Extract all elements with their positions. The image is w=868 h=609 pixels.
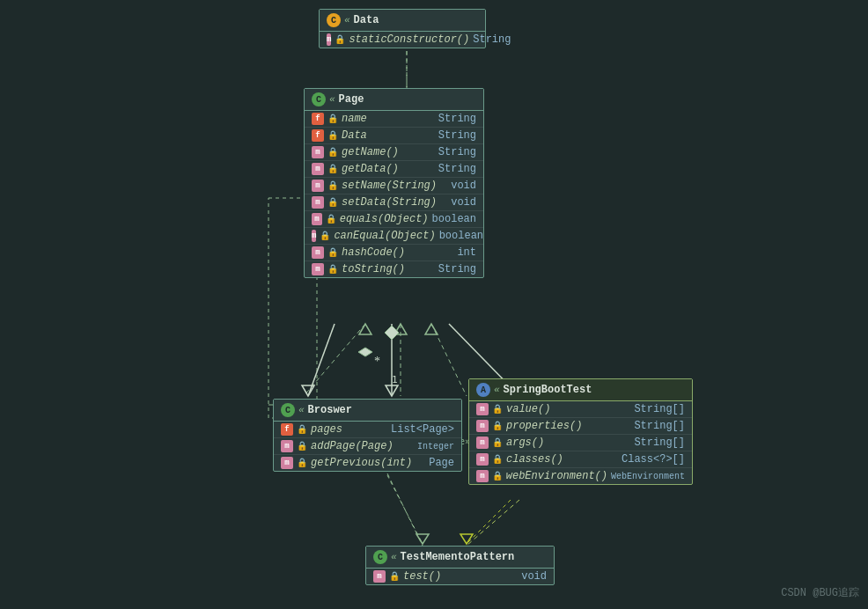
fi: m bbox=[312, 213, 322, 225]
lock: 🔒 bbox=[297, 441, 307, 451]
svg-marker-9 bbox=[358, 348, 372, 356]
lock: 🔒 bbox=[320, 231, 330, 241]
fi: m bbox=[281, 457, 293, 469]
lock: 🔒 bbox=[327, 197, 338, 208]
page-method-setname: m 🔒 setName(String) void bbox=[305, 178, 483, 194]
svg-marker-4 bbox=[394, 324, 407, 334]
class-browser-header: C « Broswer bbox=[274, 400, 461, 422]
lock: 🔒 bbox=[297, 424, 307, 435]
lock: 🔒 bbox=[327, 164, 338, 174]
class-data-name: Data bbox=[354, 14, 379, 26]
svg-marker-27 bbox=[460, 534, 473, 544]
lock: 🔒 bbox=[297, 458, 307, 468]
fi: m bbox=[373, 570, 386, 583]
lock: 🔒 bbox=[326, 214, 336, 224]
class-browser-stereotype: « bbox=[298, 405, 305, 415]
lock: 🔒 bbox=[327, 247, 338, 258]
lock: 🔒 bbox=[327, 114, 338, 124]
page-field-name: f 🔒 name String bbox=[305, 111, 483, 128]
page-method-equals: m 🔒 equals(Object) boolean bbox=[305, 211, 483, 228]
fi: f bbox=[312, 129, 324, 142]
svg-marker-22 bbox=[385, 326, 399, 340]
member-name: staticConstructor() bbox=[349, 33, 469, 46]
member-icon: m bbox=[327, 33, 331, 46]
class-page-icon: C bbox=[312, 92, 326, 106]
svg-line-24 bbox=[387, 475, 423, 544]
class-page-stereotype: « bbox=[329, 94, 335, 105]
class-springboottest: A « SpringBootTest m 🔒 value() String[] … bbox=[468, 378, 693, 485]
lock: 🔒 bbox=[389, 571, 400, 582]
fi: m bbox=[281, 440, 293, 452]
svg-marker-26 bbox=[416, 534, 429, 544]
lock: 🔒 bbox=[492, 437, 503, 448]
sbt-method-properties: m 🔒 properties() String[] bbox=[469, 418, 692, 435]
fi: m bbox=[476, 470, 489, 482]
fi: m bbox=[312, 196, 324, 209]
page-method-hashcode: m 🔒 hashCode() int bbox=[305, 245, 483, 261]
svg-line-11 bbox=[467, 500, 519, 546]
svg-marker-15 bbox=[302, 385, 314, 396]
class-springboottest-icon: A bbox=[476, 383, 490, 397]
page-method-getname: m 🔒 getName() String bbox=[305, 144, 483, 161]
class-testmemento-name: TestMementoPattern bbox=[401, 551, 515, 563]
uml-diagram: * 1 create» C « Data m 🔒 staticConstruct… bbox=[0, 0, 868, 609]
fi: m bbox=[312, 163, 324, 175]
fi: m bbox=[476, 420, 489, 432]
page-method-tostring: m 🔒 toString() String bbox=[305, 261, 483, 277]
tm-method-test: m 🔒 test() void bbox=[366, 569, 554, 584]
lock: 🔒 bbox=[492, 471, 503, 481]
fi: m bbox=[476, 453, 489, 466]
lock: 🔒 bbox=[492, 404, 503, 415]
sbt-method-classes: m 🔒 classes() Class<?>[] bbox=[469, 451, 692, 468]
svg-line-5 bbox=[431, 324, 467, 396]
lock: 🔒 bbox=[327, 147, 338, 158]
class-page: C « Page f 🔒 name String f 🔒 Data String… bbox=[304, 88, 484, 278]
svg-line-10 bbox=[387, 473, 423, 546]
page-field-data: f 🔒 Data String bbox=[305, 128, 483, 144]
lock: 🔒 bbox=[492, 454, 503, 465]
browser-method-addpage: m 🔒 addPage(Page) Integer bbox=[274, 438, 461, 455]
svg-marker-2 bbox=[359, 324, 371, 334]
member-type: String bbox=[473, 33, 511, 46]
class-data-icon: C bbox=[327, 13, 341, 27]
class-testmemento: C « TestMementoPattern m 🔒 test() void bbox=[365, 546, 555, 585]
class-springboottest-header: A « SpringBootTest bbox=[469, 379, 692, 401]
fi: f bbox=[281, 423, 293, 436]
fi: m bbox=[476, 437, 489, 449]
fi: m bbox=[312, 146, 324, 158]
class-springboottest-name: SpringBootTest bbox=[504, 384, 592, 396]
svg-marker-17 bbox=[386, 385, 398, 396]
watermark: CSDN @BUG追踪 bbox=[781, 585, 859, 600]
class-testmemento-header: C « TestMementoPattern bbox=[366, 547, 554, 569]
class-page-header: C « Page bbox=[305, 89, 483, 111]
lock-icon: 🔒 bbox=[335, 34, 345, 45]
fi: f bbox=[312, 113, 324, 125]
class-page-name: Page bbox=[339, 93, 364, 106]
svg-line-1 bbox=[304, 324, 365, 396]
class-testmemento-stereotype: « bbox=[391, 552, 397, 562]
class-data: C « Data m 🔒 staticConstructor() String bbox=[319, 9, 486, 48]
fi: m bbox=[312, 246, 324, 259]
sbt-method-webenvironment: m 🔒 webEnvironment() WebEnvironment bbox=[469, 468, 692, 484]
svg-marker-6 bbox=[425, 324, 438, 334]
page-method-getdata: m 🔒 getData() String bbox=[305, 161, 483, 178]
class-browser-name: Broswer bbox=[308, 404, 352, 416]
fi: m bbox=[476, 403, 489, 415]
class-browser-icon: C bbox=[281, 403, 295, 417]
sbt-method-args: m 🔒 args() String[] bbox=[469, 435, 692, 451]
sbt-method-value: m 🔒 value() String[] bbox=[469, 401, 692, 418]
class-testmemento-icon: C bbox=[373, 550, 387, 564]
lock: 🔒 bbox=[492, 421, 503, 431]
fi: m bbox=[312, 180, 324, 192]
class-springboottest-stereotype: « bbox=[494, 385, 500, 395]
svg-line-25 bbox=[467, 500, 511, 544]
browser-method-getprevious: m 🔒 getPrevious(int) Page bbox=[274, 455, 461, 471]
lock: 🔒 bbox=[327, 264, 338, 275]
page-method-canequal: m 🔒 canEqual(Object) boolean bbox=[305, 228, 483, 245]
lock: 🔒 bbox=[327, 180, 338, 191]
svg-line-14 bbox=[308, 324, 335, 396]
lock: 🔒 bbox=[327, 130, 338, 141]
browser-field-pages: f 🔒 pages List<Page> bbox=[274, 422, 461, 438]
member-static-constructor: m 🔒 staticConstructor() String bbox=[320, 32, 485, 48]
fi: m bbox=[312, 263, 324, 275]
